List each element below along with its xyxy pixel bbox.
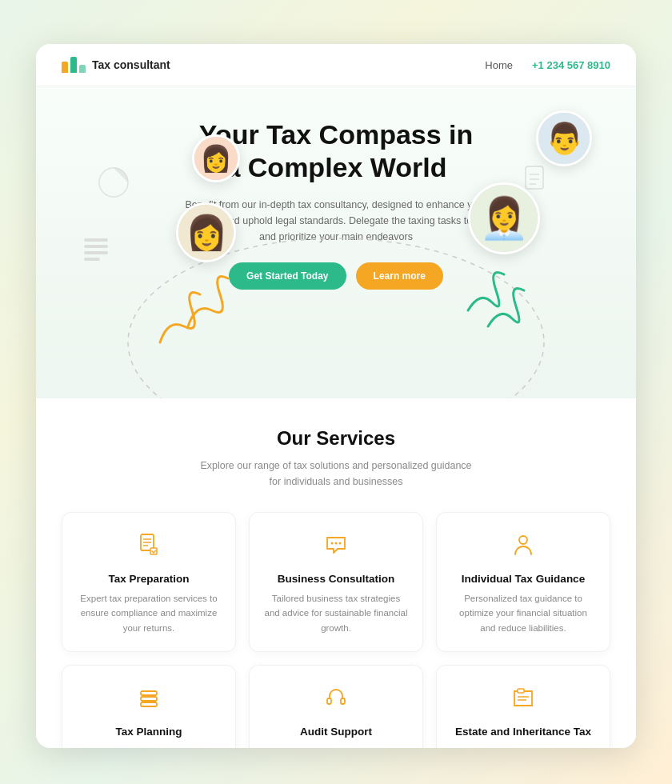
service-icon-0 [77, 532, 221, 563]
nav-home-link[interactable]: Home [485, 59, 513, 71]
hero-subtitle: Benefit from our in-depth tax consultanc… [184, 197, 488, 245]
logo-bar-2 [70, 57, 77, 73]
service-name-1: Business Consultation [264, 573, 408, 585]
svg-rect-1 [84, 238, 108, 242]
service-card-5: Estate and Inheritance TaxEfficient esta… [436, 665, 610, 748]
service-desc-1: Tailored business tax strategies and adv… [264, 591, 408, 635]
svg-rect-23 [341, 698, 345, 704]
service-icon-4 [264, 685, 408, 716]
service-desc-0: Expert tax preparation services to ensur… [77, 591, 221, 635]
logo-icon [62, 57, 86, 73]
service-name-2: Individual Tax Guidance [451, 573, 595, 585]
service-desc-4: Comprehensive audit support to navigate … [264, 744, 408, 748]
service-icon-3 [77, 685, 221, 716]
service-desc-2: Personalized tax guidance to optimize yo… [451, 591, 595, 635]
svg-rect-2 [84, 245, 108, 248]
svg-rect-22 [327, 698, 331, 704]
svg-point-17 [339, 542, 342, 545]
nav-right: Home +1 234 567 8910 [485, 59, 610, 71]
service-name-3: Tax Planning [77, 726, 221, 738]
svg-point-18 [519, 536, 527, 544]
browser-window: Tax consultant Home +1 234 567 8910 [36, 44, 636, 748]
svg-rect-3 [84, 251, 108, 254]
navbar: Tax consultant Home +1 234 567 8910 [36, 44, 636, 86]
logo-text: Tax consultant [92, 58, 170, 71]
nav-phone: +1 234 567 8910 [532, 59, 610, 71]
logo: Tax consultant [62, 57, 170, 73]
svg-rect-24 [518, 689, 524, 693]
service-desc-5: Efficient estate and inheritance tax sol… [451, 744, 595, 748]
logo-bar-1 [62, 62, 68, 73]
hero-buttons: Get Started Today Learn more [62, 262, 610, 290]
services-section: Our Services Explore our range of tax so… [36, 398, 636, 748]
service-name-4: Audit Support [264, 726, 408, 738]
svg-rect-20 [141, 697, 157, 701]
service-card-3: Tax PlanningStrategic tax planning for b… [62, 665, 236, 748]
service-desc-3: Strategic tax planning for businesses to… [77, 744, 221, 748]
service-card-4: Audit SupportComprehensive audit support… [249, 665, 423, 748]
service-card-2: Individual Tax GuidancePersonalized tax … [436, 512, 610, 652]
service-icon-1 [264, 532, 408, 563]
svg-rect-4 [84, 258, 100, 261]
service-icon-2 [451, 532, 595, 563]
svg-rect-21 [141, 702, 157, 706]
services-subtitle: Explore our range of tax solutions and p… [200, 458, 472, 490]
svg-rect-19 [141, 691, 157, 695]
svg-point-15 [331, 542, 334, 545]
service-icon-5 [451, 685, 595, 716]
svg-point-16 [335, 542, 338, 545]
service-card-1: Business ConsultationTailored business t… [249, 512, 423, 652]
get-started-button[interactable]: Get Started Today [229, 262, 346, 290]
hero-title: Your Tax Compass in a Complex World [62, 118, 610, 184]
logo-bar-3 [79, 65, 86, 73]
service-name-0: Tax Preparation [77, 573, 221, 585]
service-card-0: Tax PreparationExpert tax preparation se… [62, 512, 236, 652]
services-header: Our Services Explore our range of tax so… [62, 427, 610, 490]
hero-section: Your Tax Compass in a Complex World Bene… [36, 86, 636, 398]
learn-more-button[interactable]: Learn more [356, 262, 443, 290]
services-grid: Tax PreparationExpert tax preparation se… [62, 512, 610, 748]
service-name-5: Estate and Inheritance Tax [451, 726, 595, 738]
services-title: Our Services [62, 427, 610, 450]
